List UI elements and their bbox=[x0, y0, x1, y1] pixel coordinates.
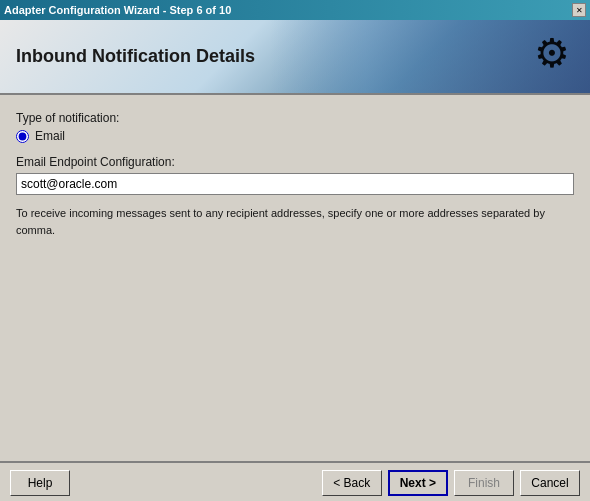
footer-left: Help bbox=[10, 470, 70, 496]
endpoint-input[interactable] bbox=[16, 173, 574, 195]
email-radio-row: Email bbox=[16, 129, 574, 143]
finish-button: Finish bbox=[454, 470, 514, 496]
footer: Help < Back Next > Finish Cancel bbox=[0, 462, 590, 501]
endpoint-config-label: Email Endpoint Configuration: bbox=[16, 155, 574, 169]
gear-icon: ⚙ bbox=[534, 30, 570, 76]
notification-type-group: Type of notification: Email bbox=[16, 111, 574, 143]
page-title: Inbound Notification Details bbox=[16, 46, 255, 67]
back-button[interactable]: < Back bbox=[322, 470, 382, 496]
next-button[interactable]: Next > bbox=[388, 470, 448, 496]
title-bar: Adapter Configuration Wizard - Step 6 of… bbox=[0, 0, 590, 20]
header-banner: Inbound Notification Details ⚙ bbox=[0, 20, 590, 95]
hint-text: To receive incoming messages sent to any… bbox=[16, 205, 574, 238]
email-radio[interactable] bbox=[16, 130, 29, 143]
notification-type-label: Type of notification: bbox=[16, 111, 574, 125]
main-content: Type of notification: Email Email Endpoi… bbox=[0, 95, 590, 461]
cancel-button[interactable]: Cancel bbox=[520, 470, 580, 496]
endpoint-config-group: Email Endpoint Configuration: bbox=[16, 155, 574, 195]
footer-right: < Back Next > Finish Cancel bbox=[322, 470, 580, 496]
email-radio-label: Email bbox=[35, 129, 65, 143]
close-button[interactable]: ✕ bbox=[572, 3, 586, 17]
title-bar-controls: ✕ bbox=[572, 3, 586, 17]
help-button[interactable]: Help bbox=[10, 470, 70, 496]
title-bar-text: Adapter Configuration Wizard - Step 6 of… bbox=[4, 4, 231, 16]
